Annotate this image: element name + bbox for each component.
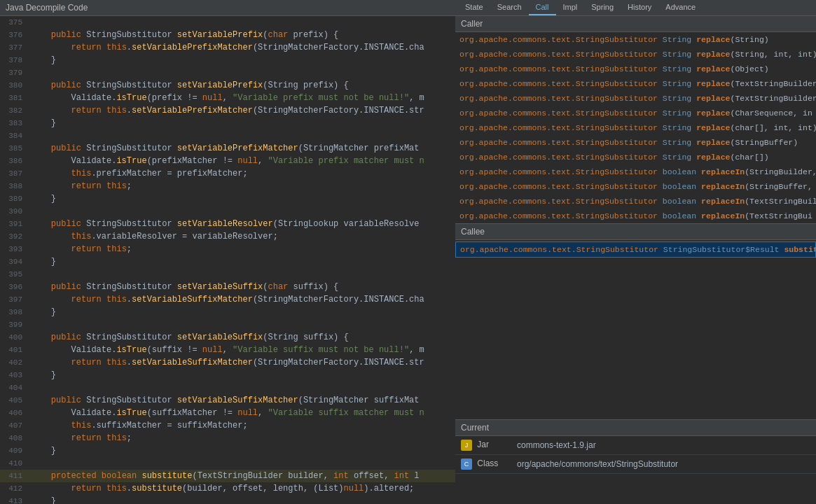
table-row: 409 } (0, 444, 455, 457)
table-row: J Jar commons-text-1.9.jar (455, 436, 816, 455)
table-row: 392 this.variableResolver = variableReso… (0, 230, 455, 243)
caller-label: Caller (455, 16, 816, 32)
right-panel: State Search Call Impl Spring History Ad… (455, 0, 816, 504)
caller-list: org.apache.commons.text.StringSubstituto… (455, 32, 816, 223)
table-row: 384 (0, 130, 455, 142)
list-item[interactable]: org.apache.commons.text.StringSubstituto… (455, 150, 816, 164)
table-row: 389 } (0, 192, 455, 205)
list-item[interactable]: org.apache.commons.text.StringSubstituto… (455, 164, 816, 179)
table-row: 393 return this; (0, 243, 455, 255)
table-row: 404 (0, 382, 455, 394)
table-row: 378 } (0, 54, 455, 66)
code-area[interactable]: 375 376 public StringSubstitutor setVari… (0, 16, 455, 504)
table-row: 397 return this.setVariableSuffixMatcher… (0, 293, 455, 306)
jar-value: commons-text-1.9.jar (511, 436, 816, 455)
table-row: 399 (0, 318, 455, 331)
class-value: org/apache/commons/text/StringSubstituto… (511, 455, 816, 474)
tab-call[interactable]: Call (529, 0, 556, 15)
table-row: C Class org/apache/commons/text/StringSu… (455, 455, 816, 474)
table-row: 410 (0, 457, 455, 470)
list-item[interactable]: org.apache.commons.text.StringSubstituto… (455, 194, 816, 209)
tab-impl[interactable]: Impl (556, 0, 585, 15)
tab-search[interactable]: Search (490, 0, 529, 15)
table-row: 385 public StringSubstitutor setVariable… (0, 142, 455, 155)
table-row: 413 } (0, 495, 455, 504)
table-row: 398 } (0, 306, 455, 318)
table-row: 380 public StringSubstitutor setVariable… (0, 79, 455, 92)
jar-icon: J (461, 440, 472, 451)
list-item[interactable]: org.apache.commons.text.StringSubstituto… (455, 62, 816, 76)
list-item[interactable]: org.apache.commons.text.StringSubstituto… (455, 47, 816, 62)
table-row: 401 Validate.isTrue(suffix != null, "Var… (0, 344, 455, 356)
table-row: 400 public StringSubstitutor setVariable… (0, 331, 455, 344)
jar-label: Jar (477, 440, 489, 449)
class-icon: C (461, 458, 472, 470)
table-row: 412 return this.substitute(builder, offs… (0, 482, 455, 495)
current-label: Current (455, 420, 816, 436)
table-row: 383 } (0, 117, 455, 130)
class-label: Class (477, 458, 498, 468)
table-row: 396 public StringSubstitutor setVariable… (0, 281, 455, 293)
table-row: 386 Validate.isTrue(prefixMatcher != nul… (0, 155, 455, 167)
table-row: 390 (0, 205, 455, 218)
tab-history[interactable]: History (621, 0, 658, 15)
table-row: 388 return this; (0, 180, 455, 192)
list-item[interactable]: org.apache.commons.text.StringSubstituto… (455, 106, 816, 120)
table-row: 402 return this.setVariableSuffixMatcher… (0, 356, 455, 369)
left-panel: Java Decompile Code 375 376 public Strin… (0, 0, 455, 504)
tab-spring[interactable]: Spring (584, 0, 621, 15)
callee-section: Callee org.apache.commons.text.StringSub… (455, 224, 816, 420)
list-item[interactable]: org.apache.commons.text.StringSubstituto… (455, 120, 816, 135)
table-row: 395 (0, 268, 455, 281)
list-item[interactable]: org.apache.commons.text.StringSubstituto… (455, 179, 816, 194)
list-item[interactable]: org.apache.commons.text.StringSubstituto… (455, 135, 816, 150)
caller-section: Caller org.apache.commons.text.StringSub… (455, 16, 816, 224)
table-row: 407 this.suffixMatcher = suffixMatcher; (0, 419, 455, 432)
list-item[interactable]: org.apache.commons.text.StringSubstituto… (455, 76, 816, 91)
panel-title: Java Decompile Code (0, 0, 455, 16)
callee-list: org.apache.commons.text.StringSubstituto… (455, 240, 816, 259)
table-row: 403 } (0, 369, 455, 382)
tab-state[interactable]: State (458, 0, 490, 15)
table-row: 405 public StringSubstitutor setVariable… (0, 394, 455, 407)
table-row: 408 return this; (0, 432, 455, 444)
table-row: 382 return this.setVariablePrefixMatcher… (0, 104, 455, 117)
table-row: 391 public StringSubstitutor setVariable… (0, 218, 455, 230)
callee-label: Callee (455, 224, 816, 240)
table-row: 375 (0, 16, 455, 29)
table-row: 381 Validate.isTrue(prefix != null, "Var… (0, 92, 455, 104)
list-item[interactable]: org.apache.commons.text.StringSubstituto… (455, 32, 816, 47)
table-row: 411 protected boolean substitute(TextStr… (0, 470, 455, 482)
current-table: J Jar commons-text-1.9.jar C Class org/a… (455, 436, 816, 474)
list-item[interactable]: org.apache.commons.text.StringSubstituto… (455, 91, 816, 106)
table-row: 387 this.prefixMatcher = prefixMatcher; (0, 167, 455, 180)
current-section: Current J Jar commons-text-1.9.jar C Cla… (455, 420, 816, 504)
table-row: 376 public StringSubstitutor setVariable… (0, 29, 455, 41)
list-item[interactable]: org.apache.commons.text.StringSubstituto… (455, 209, 816, 223)
table-row: 377 return this.setVariablePrefixMatcher… (0, 41, 455, 54)
table-row: 379 (0, 66, 455, 79)
tab-advance[interactable]: Advance (658, 0, 703, 15)
tab-bar: State Search Call Impl Spring History Ad… (455, 0, 816, 16)
list-item[interactable]: org.apache.commons.text.StringSubstituto… (455, 241, 816, 258)
table-row: 406 Validate.isTrue(suffixMatcher != nul… (0, 407, 455, 419)
table-row: 394 } (0, 255, 455, 268)
